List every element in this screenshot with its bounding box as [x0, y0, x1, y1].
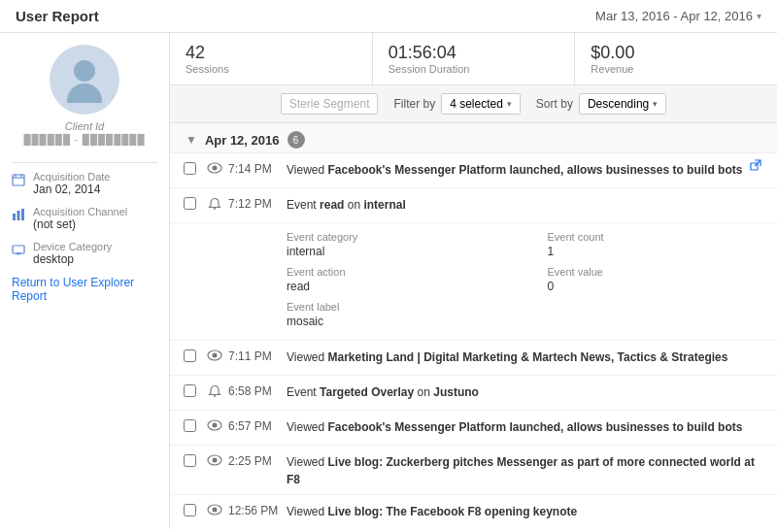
- event-label-item: Event label mosaic: [287, 301, 509, 328]
- page-title: User Report: [16, 8, 99, 24]
- events-content: ▼ Apr 12, 2016 6 7:14 PM Viewed Facebook…: [170, 123, 777, 529]
- event-label-value: mosaic: [287, 315, 509, 328]
- event-row: 2:25 PM Viewed Live blog: Zuckerberg pit…: [170, 446, 777, 495]
- event-time: 7:14 PM: [228, 159, 287, 176]
- event-checkbox[interactable]: [178, 159, 201, 175]
- event-count-label: Event count: [548, 231, 770, 243]
- event-category-value: internal: [287, 245, 509, 258]
- user-avatar-area: Client Id ██████ - ████████: [12, 45, 157, 154]
- chevron-down-icon: ▾: [757, 11, 761, 21]
- event-count-value: 1: [548, 245, 770, 258]
- filter-by-group: Filter by 4 selected ▾: [393, 93, 520, 115]
- session-duration-label: Session Duration: [388, 63, 559, 75]
- filter-by-button[interactable]: 4 selected ▾: [441, 93, 521, 115]
- event-row: 6:58 PM Event Targeted Overlay on Justun…: [170, 376, 777, 411]
- event-row: 6:57 PM Viewed Facebook's Messenger Plat…: [170, 411, 777, 446]
- event-time: 12:56 PM: [228, 501, 287, 517]
- client-id-value: ██████ - ████████: [23, 134, 145, 145]
- event-time: 6:57 PM: [228, 416, 287, 433]
- event-checkbox[interactable]: [178, 451, 201, 467]
- avatar-person-icon: [65, 60, 104, 99]
- sessions-value: 42: [186, 43, 356, 63]
- stat-revenue: $0.00 Revenue: [575, 33, 777, 84]
- sort-chevron-icon: ▾: [653, 99, 658, 109]
- eye-icon: [201, 451, 228, 466]
- event-checkbox[interactable]: [178, 382, 201, 397]
- event-time: 7:11 PM: [228, 347, 287, 363]
- filter-bar: Sterie Segment Filter by 4 selected ▾ So…: [170, 85, 777, 123]
- eye-icon: [201, 501, 228, 515]
- calendar-icon: [12, 173, 27, 188]
- event-category-label: Event category: [287, 231, 509, 243]
- filter-chevron-icon: ▾: [507, 99, 512, 109]
- sidebar: Client Id ██████ - ████████ Acquisition …: [0, 33, 170, 529]
- filter-selected-count: 4 selected: [450, 97, 503, 111]
- right-panel: 42 Sessions 01:56:04 Session Duration $0…: [170, 33, 777, 529]
- date-group-count: 6: [287, 131, 305, 149]
- event-time: 2:25 PM: [228, 451, 287, 468]
- event-checkbox[interactable]: [178, 347, 201, 362]
- svg-point-23: [213, 458, 218, 463]
- acquisition-date-value: Jan 02, 2014: [33, 183, 111, 196]
- event-description: Viewed Live blog: The Facebook F8 openin…: [287, 501, 769, 520]
- date-group-header: ▼ Apr 12, 2016 6: [170, 123, 777, 153]
- event-time: 7:12 PM: [228, 194, 287, 211]
- avatar: [50, 45, 119, 115]
- svg-point-15: [214, 208, 216, 210]
- svg-rect-5: [17, 211, 20, 220]
- acquisition-channel-label: Acquisition Channel: [33, 206, 127, 217]
- event-description: Viewed Facebook's Messenger Platform lau…: [287, 416, 769, 436]
- acquisition-channel-value: (not set): [33, 217, 127, 231]
- stat-session-duration: 01:56:04 Session Duration: [373, 33, 576, 84]
- event-description: Event read on internal: [287, 194, 769, 214]
- svg-point-11: [213, 166, 218, 171]
- event-description: Viewed Marketing Land | Digital Marketin…: [287, 347, 769, 366]
- event-value-item: Event value 0: [548, 266, 770, 293]
- event-row: 7:12 PM Event read on internal: [170, 188, 777, 223]
- sessions-label: Sessions: [186, 63, 356, 75]
- event-time: 6:58 PM: [228, 382, 287, 398]
- svg-rect-7: [13, 246, 24, 253]
- date-range-label: Mar 13, 2016 - Apr 12, 2016: [595, 9, 753, 23]
- revenue-value: $0.00: [591, 43, 761, 63]
- device-icon: [12, 243, 27, 258]
- bell-icon: [201, 382, 228, 398]
- event-description: Event Targeted Overlay on Justuno: [287, 382, 769, 401]
- event-description: Viewed Live blog: Zuckerberg pitches Mes…: [287, 451, 769, 488]
- svg-rect-0: [13, 175, 24, 185]
- date-group-expand-icon[interactable]: ▼: [186, 133, 197, 147]
- eye-icon: [201, 159, 228, 174]
- event-checkbox[interactable]: [178, 194, 201, 210]
- sidebar-item-acquisition-channel: Acquisition Channel (not set): [12, 206, 157, 231]
- sidebar-item-device-category: Device Category desktop: [12, 241, 157, 266]
- svg-point-25: [213, 508, 218, 513]
- events-inner: ▼ Apr 12, 2016 6 7:14 PM Viewed Facebook…: [170, 123, 777, 529]
- svg-point-17: [213, 353, 218, 358]
- segment-button[interactable]: Sterie Segment: [281, 93, 379, 115]
- client-id-label: Client Id: [65, 120, 104, 132]
- session-duration-value: 01:56:04: [388, 43, 559, 63]
- acquisition-date-label: Acquisition Date: [33, 171, 111, 183]
- eye-icon: [201, 416, 228, 431]
- device-category-value: desktop: [33, 252, 112, 266]
- svg-rect-6: [21, 209, 24, 220]
- device-category-label: Device Category: [33, 241, 112, 252]
- sort-by-button[interactable]: Descending ▾: [579, 93, 666, 115]
- filter-by-label: Filter by: [393, 97, 435, 111]
- event-description: Viewed Facebook's Messenger Platform lau…: [287, 159, 750, 179]
- details-grid: Event category internal Event count 1 Ev…: [287, 231, 769, 328]
- event-value-value: 0: [548, 280, 770, 293]
- date-range-picker[interactable]: Mar 13, 2016 - Apr 12, 2016 ▾: [595, 9, 761, 23]
- date-group-label: Apr 12, 2016: [205, 133, 280, 148]
- eye-icon: [201, 347, 228, 361]
- external-link-icon[interactable]: [750, 159, 769, 171]
- sidebar-item-acquisition-date: Acquisition Date Jan 02, 2014: [12, 171, 157, 196]
- event-checkbox[interactable]: [178, 501, 201, 516]
- event-details: Event category internal Event count 1 Ev…: [170, 223, 777, 341]
- event-action-label: Event action: [287, 266, 509, 278]
- event-checkbox[interactable]: [178, 416, 201, 432]
- revenue-label: Revenue: [591, 63, 761, 75]
- sort-by-group: Sort by Descending ▾: [536, 93, 666, 115]
- return-link[interactable]: Return to User Explorer Report: [12, 276, 157, 303]
- main-layout: Client Id ██████ - ████████ Acquisition …: [0, 33, 777, 529]
